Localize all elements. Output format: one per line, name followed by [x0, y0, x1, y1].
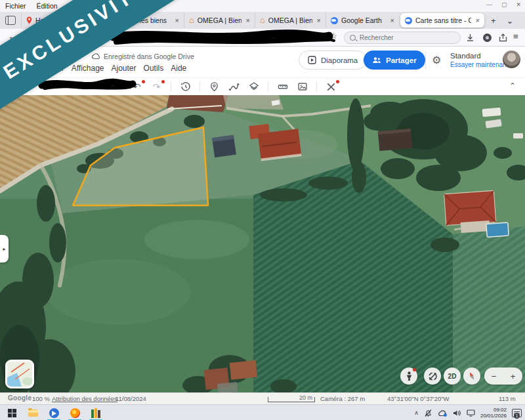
- tab-close-icon[interactable]: ×: [246, 16, 250, 24]
- zoom-control: − +: [484, 368, 522, 385]
- scale-bar: 20 m: [268, 397, 315, 402]
- map-viewport[interactable]: ▸ 2D − +: [0, 95, 525, 392]
- window-close-button[interactable]: ✕: [516, 1, 521, 8]
- redaction-scribble: [108, 30, 337, 48]
- chevron-right-icon: ▸: [3, 246, 5, 252]
- measure-ruler-button[interactable]: [277, 81, 288, 93]
- compass-button[interactable]: [463, 368, 480, 385]
- people-share-icon: [372, 56, 381, 64]
- tab-omega-158921[interactable]: ⌂ OMEGA | Bien réf 158921 ×: [184, 13, 255, 28]
- draw-path-button[interactable]: [228, 81, 240, 93]
- blue-circle-app-icon: [49, 408, 59, 418]
- history-button[interactable]: [180, 81, 191, 93]
- firefox-button[interactable]: [68, 405, 81, 420]
- scale-label: 20 m: [299, 394, 312, 401]
- pegman-button[interactable]: [400, 368, 417, 385]
- tab-carte-sans-titre[interactable]: Carte sans titre - Google ×: [400, 13, 484, 28]
- notification-dot: [336, 80, 339, 83]
- tab-list-chevron-icon[interactable]: ⌄: [501, 16, 519, 26]
- search-icon: [350, 35, 356, 41]
- earth-menu-affichage[interactable]: Affichage: [72, 64, 104, 73]
- windows-taskbar: ∧ 09:02 20/01/2026 1: [0, 404, 525, 420]
- partager-button[interactable]: Partager: [364, 51, 425, 70]
- tab-close-icon[interactable]: ×: [175, 16, 179, 24]
- drawing-tools-button[interactable]: [326, 81, 337, 93]
- redaction-scribble: [38, 77, 136, 92]
- earth-globe-icon: [405, 17, 412, 24]
- new-tab-button[interactable]: +: [486, 16, 501, 26]
- data-attribution-link[interactable]: Attribution des données: [52, 395, 117, 402]
- tab-omega-158924[interactable]: ⌂ OMEGA | Bien réf 158924 ×: [255, 13, 326, 28]
- menu-fichier[interactable]: Fichier: [5, 2, 26, 10]
- firefox-icon: [70, 408, 80, 418]
- compass-icon: [465, 369, 479, 383]
- pegman-icon: [406, 371, 413, 381]
- gear-icon[interactable]: ⚙: [432, 54, 441, 66]
- share-icon[interactable]: [497, 32, 508, 43]
- plan-block: Standard Essayer maintenant: [450, 52, 508, 69]
- google-logo: Google: [8, 394, 32, 402]
- redo-button[interactable]: ↷: [151, 81, 162, 93]
- image-overlay-button[interactable]: [297, 81, 308, 93]
- tab-close-icon[interactable]: ×: [390, 16, 394, 24]
- window-maximize-button[interactable]: ▢: [501, 1, 507, 8]
- tab-google-earth[interactable]: Google Earth ×: [326, 13, 399, 28]
- collapse-toolbar-chevron-icon[interactable]: ⌃: [509, 81, 516, 91]
- speaker-icon[interactable]: [453, 410, 461, 417]
- file-explorer-button[interactable]: [26, 405, 39, 420]
- coordinates: 43°31'00"N 0°37'20"W: [387, 395, 450, 402]
- windows-logo-icon: [8, 409, 16, 417]
- imagery-date: 11/08/2024: [116, 395, 146, 402]
- window-minimize-button[interactable]: —: [486, 1, 492, 8]
- satellite-map[interactable]: [0, 95, 525, 392]
- notification-dot: [413, 368, 416, 371]
- earth-menu-outils[interactable]: Outils: [144, 64, 164, 73]
- clock-date: 20/01/2026: [480, 413, 507, 419]
- clock[interactable]: 09:02 20/01/2026: [480, 407, 507, 419]
- tab-label: Carte sans titre - Google: [415, 16, 471, 24]
- terrain-altitude: 113 m: [499, 395, 516, 402]
- zoom-out-button[interactable]: −: [492, 371, 497, 381]
- network-display-icon[interactable]: [467, 410, 475, 417]
- downloads-icon[interactable]: [465, 32, 475, 43]
- building-shed: [212, 135, 236, 158]
- earth-menu-aide[interactable]: Aide: [171, 64, 186, 73]
- search-box[interactable]: [344, 32, 461, 44]
- notifications-off-icon[interactable]: [424, 409, 432, 417]
- maps-pin-icon: [26, 16, 32, 24]
- extension-icon[interactable]: [482, 32, 492, 43]
- winrar-button[interactable]: [89, 405, 102, 420]
- toolbar-separator: [268, 81, 268, 92]
- zoom-in-button[interactable]: +: [511, 371, 516, 381]
- play-presentation-icon: [308, 56, 316, 64]
- orbit-toggle-button[interactable]: [424, 368, 441, 385]
- sidebar-toggle[interactable]: ▸: [0, 235, 9, 262]
- minimap-inset[interactable]: [5, 360, 34, 388]
- browser-menu-icon[interactable]: ≡: [513, 32, 518, 41]
- tray-expand-icon[interactable]: ∧: [414, 410, 419, 416]
- onedrive-cloud-icon[interactable]: [438, 410, 448, 417]
- plan-name: Standard: [450, 52, 508, 60]
- start-button[interactable]: [5, 405, 18, 420]
- tab-label: OMEGA | Bien réf 158921: [198, 16, 242, 24]
- notification-dot: [142, 80, 145, 83]
- avatar[interactable]: [503, 51, 520, 68]
- screen: Fichier Édition Affichage Historique — ▢…: [0, 0, 525, 420]
- tab-label: OMEGA | Bien réf 158924: [268, 16, 312, 24]
- tab-close-icon[interactable]: ×: [317, 16, 321, 24]
- notification-center-button[interactable]: 1: [512, 409, 522, 417]
- notification-count-badge: 1: [514, 413, 520, 419]
- layers-button[interactable]: [248, 81, 259, 93]
- diaporama-button[interactable]: Diaporama: [299, 51, 367, 70]
- earth-menu-ajouter[interactable]: Ajouter: [112, 64, 136, 73]
- earth-globe-icon: [331, 17, 338, 24]
- menu-edition[interactable]: Édition: [37, 2, 58, 10]
- search-input[interactable]: [360, 34, 438, 41]
- tab-overview-icon[interactable]: [5, 16, 16, 25]
- placemark-pin-button[interactable]: [209, 81, 220, 93]
- 2d-mode-button[interactable]: 2D: [444, 368, 461, 385]
- blue-app-button[interactable]: [47, 405, 60, 420]
- camera-altitude: Caméra : 267 m: [320, 395, 365, 402]
- tab-close-icon[interactable]: ×: [476, 16, 480, 24]
- upgrade-link[interactable]: Essayer maintenant: [450, 60, 508, 69]
